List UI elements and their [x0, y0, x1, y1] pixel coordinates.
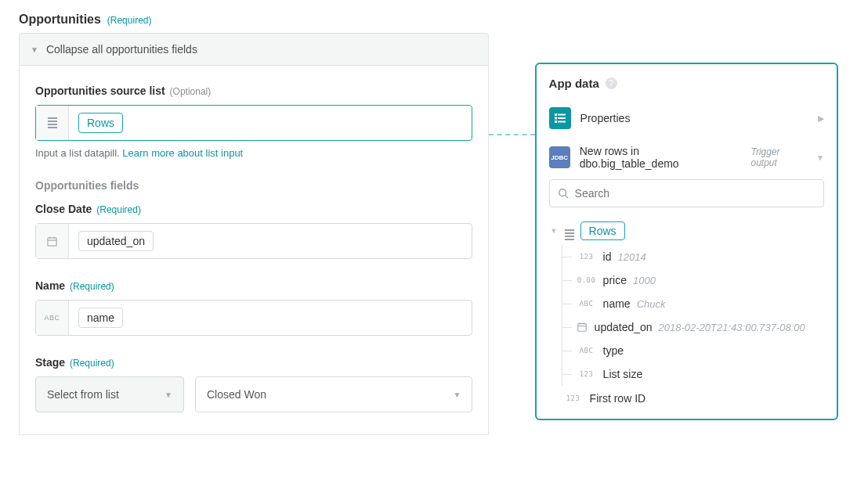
close-date-field: Close Date (Required) updated_on: [35, 203, 472, 259]
stage-label: Stage: [35, 356, 65, 369]
name-field: Name (Required) ABC name: [35, 279, 472, 336]
connector-line: [489, 13, 534, 435]
svg-rect-6: [555, 117, 557, 120]
number-type-icon: 123: [577, 370, 597, 378]
field-updated-on[interactable]: updated_on 2018-02-20T21:43:00.737-08:00: [562, 315, 824, 339]
source-list-field: Opportunities source list (Optional) Row…: [35, 85, 472, 159]
help-icon[interactable]: ?: [606, 77, 617, 89]
search-input[interactable]: [575, 187, 815, 200]
text-type-icon: ABC: [36, 301, 69, 335]
rows-pill[interactable]: Rows: [580, 221, 625, 240]
number-type-icon: 123: [563, 394, 584, 402]
properties-icon: [549, 107, 571, 129]
name-label: Name: [35, 279, 65, 292]
svg-point-10: [559, 189, 566, 196]
chevron-down-icon: ▼: [31, 45, 38, 54]
name-input[interactable]: ABC name: [35, 300, 472, 336]
chevron-right-icon: ▶: [818, 113, 824, 124]
text-type-icon: ABC: [577, 300, 597, 308]
source-list-label: Opportunities source list: [35, 85, 165, 97]
field-id[interactable]: 123 id 12014: [562, 245, 824, 268]
chevron-down-icon: ▼: [551, 227, 559, 235]
collapse-label: Collapse all opportunities fields: [46, 43, 197, 56]
learn-more-link[interactable]: Learn more about list input: [122, 147, 243, 159]
svg-rect-0: [48, 237, 56, 245]
field-price[interactable]: 0.00 price 1000: [562, 268, 824, 292]
first-row-id[interactable]: 123 First row ID: [551, 386, 824, 406]
chevron-down-icon: ▼: [816, 153, 824, 162]
text-type-icon: ABC: [577, 347, 597, 355]
trigger-sub: Trigger output: [751, 146, 808, 168]
search-icon: [558, 188, 569, 199]
trigger-row[interactable]: JDBC New rows in dbo.big_table_demo Trig…: [549, 140, 824, 179]
trigger-label: New rows in dbo.big_table_demo: [580, 145, 737, 170]
required-tag: (Required): [70, 358, 114, 369]
rows-tree-node[interactable]: ▼ Rows: [551, 217, 824, 245]
chevron-down-icon: ▼: [454, 391, 461, 399]
app-data-title: App data: [549, 77, 599, 90]
svg-rect-12: [578, 324, 587, 332]
fields-section-label: Opportunities fields: [35, 179, 472, 192]
decimal-type-icon: 0.00: [577, 276, 597, 284]
datapill-tree: ▼ Rows 123 id 12014 0.00 price 1: [549, 217, 824, 406]
properties-label: Properties: [580, 112, 808, 124]
svg-rect-5: [558, 114, 566, 116]
page-title: Opportunities: [19, 13, 101, 26]
jdbc-icon: JDBC: [549, 146, 570, 168]
chevron-down-icon: ▼: [165, 391, 172, 399]
required-tag: (Required): [107, 15, 152, 26]
form-panel: Opportunities (Required) ▼ Collapse all …: [19, 13, 489, 435]
field-type[interactable]: ABC type: [562, 339, 824, 362]
field-name[interactable]: ABC name Chuck: [562, 292, 824, 315]
rows-datapill[interactable]: Rows: [78, 113, 123, 133]
field-list-size[interactable]: 123 List size: [562, 362, 824, 386]
search-box[interactable]: [549, 179, 824, 207]
stage-mode-select[interactable]: Select from list ▼: [35, 376, 184, 412]
stage-field: Stage (Required) Select from list ▼ Clos…: [35, 356, 472, 412]
svg-rect-8: [555, 121, 557, 123]
svg-rect-7: [558, 117, 566, 119]
list-icon: [565, 222, 574, 240]
name-datapill[interactable]: name: [78, 308, 123, 328]
updated-on-datapill[interactable]: updated_on: [78, 231, 154, 251]
required-tag: (Required): [96, 204, 141, 215]
required-tag: (Required): [70, 281, 114, 292]
form-body: Opportunities source list (Optional) Row…: [19, 66, 489, 435]
helper-text: Input a list datapill. Learn more about …: [35, 147, 472, 159]
stage-value-select[interactable]: Closed Won ▼: [195, 376, 472, 412]
svg-rect-4: [555, 113, 557, 116]
number-type-icon: 123: [577, 253, 597, 261]
svg-rect-9: [558, 121, 566, 123]
page-title-row: Opportunities (Required): [19, 13, 489, 27]
optional-tag: (Optional): [170, 86, 212, 97]
app-data-panel: App data ? Properties ▶ JDBC New rows in…: [535, 63, 838, 420]
calendar-icon: [577, 322, 588, 333]
calendar-icon: [36, 224, 69, 258]
close-date-label: Close Date: [35, 203, 92, 215]
collapse-toggle[interactable]: ▼ Collapse all opportunities fields: [19, 33, 489, 66]
list-icon: [36, 106, 69, 140]
close-date-input[interactable]: updated_on: [35, 223, 472, 259]
svg-line-11: [565, 196, 568, 199]
properties-row[interactable]: Properties ▶: [549, 101, 824, 140]
source-list-input[interactable]: Rows: [35, 105, 472, 141]
